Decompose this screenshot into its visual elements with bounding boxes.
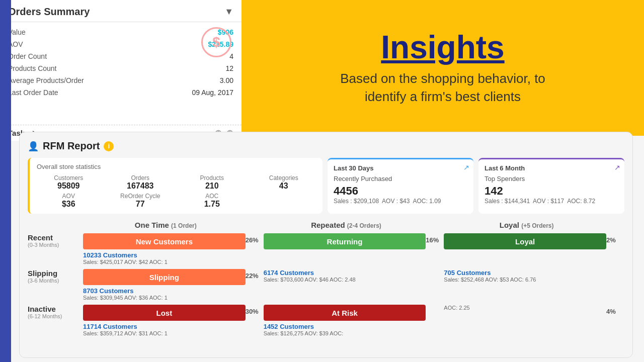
stats-grid: Customers 95809 Orders 167483 Products 2…	[37, 174, 315, 209]
stats-left: Overall store statistics Customers 95809…	[28, 158, 323, 214]
stat-categories: Categories 43	[252, 174, 316, 191]
order-row-last-order: Last Order Date 09 Aug, 2017	[8, 86, 233, 99]
meta-inactive-onetime: Sales: $359,712 AOV: $31 AOC: 1	[83, 330, 246, 336]
orders-summary-title: Orders Summary	[8, 6, 90, 18]
sidebar	[0, 0, 11, 362]
rfm-title: RFM Report	[43, 140, 100, 152]
bar-at-risk[interactable]: At Risk	[264, 305, 426, 321]
meta-slipping-onetime: Sales: $309,945 AOV: $36 AOC: 1	[83, 295, 246, 301]
stat-orders: Orders 167483	[109, 174, 173, 191]
customers-inactive-onetime[interactable]: 11714 Customers	[83, 323, 246, 330]
customers-slipping-onetime[interactable]: 8703 Customers	[83, 287, 246, 295]
rfm-col-headers: One Time (1 Order) Repeated (2-4 Orders)…	[28, 221, 624, 229]
cell-slipping-repeated[interactable]: 6174 Customers Sales: $703,600 AOV: $46 …	[264, 269, 426, 283]
left-panel: Orders Summary ▼ $ Value $906 AOV $215.8…	[0, 0, 242, 136]
meta-inactive-repeated: Sales: $126,275 AOV: $39 AOC:	[264, 330, 426, 336]
stat-aoc: AOC 1.75	[180, 193, 244, 209]
bar-slipping[interactable]: Slipping	[83, 269, 246, 285]
pct-inactive-loyal: 4%	[606, 305, 624, 315]
rfm-container: 👤 RFM Report i Overall store statistics …	[19, 132, 633, 358]
row-label-slipping: Slipping (3-6 Months)	[28, 269, 83, 284]
order-row-aov: AOV $215.89	[8, 38, 233, 50]
row-label-recent: Recent (0-3 Months)	[28, 233, 83, 248]
bar-new-customers[interactable]: New Customers	[83, 233, 246, 249]
cell-recent-repeated[interactable]: Returning	[264, 233, 426, 251]
rfm-user-icon: 👤	[28, 141, 39, 152]
cell-inactive-onetime[interactable]: Lost 11714 Customers Sales: $359,712 AOV…	[83, 305, 246, 336]
order-row-products: Products Count 12	[8, 62, 233, 74]
stat-aov: AOV $36	[37, 193, 101, 209]
pct-recent-repeated: 16%	[426, 233, 444, 244]
last6m-link-icon[interactable]: ↗	[614, 163, 620, 171]
col-header-onetime: One Time (1 Order)	[83, 221, 249, 229]
cell-recent-loyal[interactable]: Loyal	[444, 233, 606, 251]
bar-lost[interactable]: Lost	[83, 305, 246, 321]
cell-recent-onetime[interactable]: New Customers 10233 Customers Sales: $42…	[83, 233, 246, 265]
stats-last6m: ↗ Last 6 Month Top Spenders 142 Sales : …	[478, 158, 624, 214]
bar-loyal[interactable]: Loyal	[444, 233, 606, 249]
cell-slipping-loyal[interactable]: 705 Customers Sales: $252,468 AOV: $53 A…	[444, 269, 606, 283]
pct-slipping-repeated	[426, 269, 444, 272]
last30-link-icon[interactable]: ↗	[463, 163, 469, 171]
cell-inactive-loyal[interactable]: AOC: 2.25	[444, 305, 606, 311]
order-row-avg-products: Average Products/Order 3.00	[8, 74, 233, 86]
rfm-header: 👤 RFM Report i	[28, 140, 624, 152]
insights-title: Insights	[381, 30, 504, 65]
rfm-info-icon[interactable]: i	[104, 141, 114, 151]
pct-recent-loyal: 2%	[606, 233, 624, 244]
rfm-table: One Time (1 Order) Repeated (2-4 Orders)…	[28, 221, 624, 336]
insights-subtitle: Based on the shopping behavior, toidenti…	[340, 69, 545, 106]
overall-stats: Overall store statistics Customers 95809…	[28, 158, 624, 214]
order-row-count: Order Count 4	[8, 50, 233, 62]
pct-inactive-repeated	[426, 305, 444, 308]
customers-slipping-repeated[interactable]: 6174 Customers	[264, 269, 426, 277]
stats-last30: ↗ Last 30 Days Recently Purchased 4456 S…	[328, 158, 473, 214]
meta-slipping-loyal: Sales: $252,468 AOV: $53 AOC: 6.76	[444, 277, 606, 283]
stat-customers: Customers 95809	[37, 174, 101, 191]
orders-summary-header: Orders Summary ▼	[0, 0, 242, 22]
row-label-inactive: Inactive (6-12 Months)	[28, 305, 83, 319]
dollar-icon: $	[201, 27, 231, 57]
pct-inactive-onetime: 30%	[246, 305, 264, 315]
overall-title: Overall store statistics	[37, 163, 315, 170]
rfm-row-inactive: Inactive (6-12 Months) Lost 11714 Custom…	[28, 305, 624, 336]
cell-slipping-onetime[interactable]: Slipping 8703 Customers Sales: $309,945 …	[83, 269, 246, 301]
customers-inactive-repeated[interactable]: 1452 Customers	[264, 323, 426, 330]
stat-products: Products 210	[180, 174, 244, 191]
right-panel: Insights Based on the shopping behavior,…	[242, 0, 644, 136]
meta-slipping-repeated: Sales: $703,600 AOV: $46 AOC: 2.48	[264, 277, 426, 283]
meta-inactive-loyal: AOC: 2.25	[444, 305, 606, 311]
rfm-row-slipping: Slipping (3-6 Months) Slipping 8703 Cust…	[28, 269, 624, 301]
meta-recent-onetime: Sales: $425,017 AOV: $42 AOC: 1	[83, 259, 246, 265]
col-header-repeated: Repeated (2-4 Orders)	[264, 221, 429, 229]
orders-summary-dropdown-icon[interactable]: ▼	[224, 7, 233, 17]
customers-slipping-loyal[interactable]: 705 Customers	[444, 269, 606, 277]
cell-inactive-repeated[interactable]: At Risk 1452 Customers Sales: $126,275 A…	[264, 305, 426, 336]
rfm-row-recent: Recent (0-3 Months) New Customers 10233 …	[28, 233, 624, 265]
pct-slipping-onetime: 22%	[246, 269, 264, 280]
customers-recent-onetime[interactable]: 10233 Customers	[83, 251, 246, 259]
stat-reorder: ReOrder Cycle 77	[109, 193, 173, 209]
pct-recent-onetime: 26%	[246, 233, 264, 244]
pct-slipping-loyal	[606, 269, 624, 272]
order-row-value: Value $906	[8, 26, 233, 38]
orders-summary-body: $ Value $906 AOV $215.89 Order Count 4 P…	[0, 22, 242, 103]
bar-returning[interactable]: Returning	[264, 233, 426, 249]
col-header-loyal: Loyal (+5 Orders)	[444, 221, 609, 229]
